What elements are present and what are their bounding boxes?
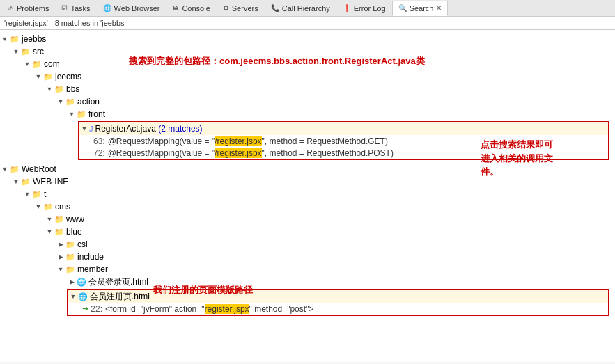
tab-search-label: Search xyxy=(410,4,434,13)
callhierarchy-icon: 📞 xyxy=(271,4,279,12)
tab-tasks-label: Tasks xyxy=(70,4,90,13)
folder-icon-webroot: 📁 xyxy=(10,165,20,174)
line-num-72: 72: xyxy=(93,148,105,158)
tree-item-member[interactable]: ▼ 📁 member xyxy=(0,263,615,276)
expand-src: ▼ xyxy=(11,48,21,55)
expand-member: ▼ xyxy=(56,266,65,273)
folder-icon-com: 📁 xyxy=(32,60,42,69)
folder-icon-member: 📁 xyxy=(65,265,75,274)
search-icon: 🔍 xyxy=(398,4,407,12)
tab-console[interactable]: 🖥 Console xyxy=(166,1,216,16)
servers-icon: ⚙ xyxy=(223,4,229,12)
folder-icon-bbs: 📁 xyxy=(54,85,64,94)
expand-include: ▶ xyxy=(56,253,65,260)
expand-bbs: ▼ xyxy=(45,86,54,93)
console-icon: 🖥 xyxy=(172,4,179,12)
jeecms-label: jeecms xyxy=(55,72,81,81)
html-icon-register: 🌐 xyxy=(78,292,88,301)
expand-csi: ▶ xyxy=(56,241,65,248)
tree-item-bbs[interactable]: ▼ 📁 bbs xyxy=(0,83,615,95)
com-label: com xyxy=(44,59,60,69)
webroot-label: WebRoot xyxy=(22,164,56,174)
folder-icon-csi: 📁 xyxy=(65,240,75,249)
tab-servers[interactable]: ⚙ Servers xyxy=(217,1,265,16)
folder-icon-www: 📁 xyxy=(54,215,64,224)
tree-item-blue[interactable]: ▼ 📁 blue xyxy=(0,225,615,238)
blue-label: blue xyxy=(66,227,82,237)
folder-icon-t: 📁 xyxy=(32,190,42,199)
java-icon: J xyxy=(89,125,93,133)
action-label: action xyxy=(77,97,100,106)
cms-label: cms xyxy=(55,202,70,212)
webinf-label: WEB-INF xyxy=(33,177,68,187)
t-label: t xyxy=(44,189,46,199)
main-content: 搜索到完整的包路径：com.jeecms.bbs.action.front.Re… xyxy=(0,30,615,362)
tab-tasks[interactable]: ☑ Tasks xyxy=(55,1,96,16)
tree-item-include[interactable]: ▶ 📁 include xyxy=(0,251,615,263)
match-22-suffix: " method="post"> xyxy=(249,304,314,314)
tree-item-www[interactable]: ▼ 📁 www xyxy=(0,213,615,225)
folder-icon-include: 📁 xyxy=(65,253,75,262)
tree-item-com[interactable]: ▼ 📁 com xyxy=(0,58,615,70)
webbrowser-icon: 🌐 xyxy=(103,4,111,12)
member-label: member xyxy=(77,264,108,274)
include-label: include xyxy=(77,252,104,262)
tree-item-cms[interactable]: ▼ 📁 cms xyxy=(0,200,615,213)
tab-webbrowser-label: Web Browser xyxy=(114,4,160,13)
expand-com: ▼ xyxy=(22,61,32,68)
tree-item-csi[interactable]: ▶ 📁 csi xyxy=(0,238,615,251)
expand-www: ▼ xyxy=(45,216,54,223)
tree-item-login-html[interactable]: ▶ 🌐 会员登录页.html xyxy=(0,276,615,288)
folder-icon-blue: 📁 xyxy=(54,228,64,237)
match-72-highlight: /register.jspx xyxy=(215,148,261,158)
registeract-match-count: (2 matches) xyxy=(158,124,202,134)
tree-item-webinf[interactable]: ▼ 📁 WEB-INF xyxy=(0,175,615,188)
jeebbs-label: jeebbs xyxy=(22,34,46,44)
tab-search[interactable]: 🔍 Search ✕ xyxy=(392,1,449,16)
csi-label: csi xyxy=(77,239,88,249)
tab-errorlog[interactable]: ❗ Error Log xyxy=(336,1,392,16)
tab-errorlog-label: Error Log xyxy=(354,4,386,13)
tree-item-src[interactable]: ▼ 📁 src xyxy=(0,45,615,58)
folder-icon-front: 📁 xyxy=(77,110,86,119)
tab-callhierarchy[interactable]: 📞 Call Hierarchy xyxy=(265,1,336,16)
expand-webroot: ▼ xyxy=(0,166,10,173)
tree-item-jeebbs[interactable]: ▼ 📁 jeebbs xyxy=(0,33,615,45)
expand-register-html: ▼ xyxy=(68,293,78,300)
match-line-22[interactable]: ➜ 22: <form id="jvForm" action="register… xyxy=(68,303,608,315)
folder-icon-action: 📁 xyxy=(65,97,75,106)
folder-icon-src: 📁 xyxy=(21,47,31,56)
tree-item-t[interactable]: ▼ 📁 t xyxy=(0,188,615,200)
expand-jeecms: ▼ xyxy=(33,73,43,80)
match-line-63[interactable]: 63: @RequestMapping(value = "/register.j… xyxy=(79,135,608,147)
tree-item-registeract[interactable]: ▼ J RegisterAct.java (2 matches) xyxy=(79,122,608,135)
tree-item-front[interactable]: ▼ 📁 front xyxy=(0,108,615,120)
line-num-22: 22: xyxy=(91,304,102,314)
match-line-72[interactable]: 72: @RequestMapping(value = "/register.j… xyxy=(79,147,608,159)
match-72-suffix: ", method = RequestMethod.POST) xyxy=(262,148,394,158)
expand-t: ▼ xyxy=(22,191,32,198)
problems-icon: ⚠ xyxy=(8,4,14,12)
register-html-label: 会员注册页.html xyxy=(90,291,150,303)
expand-webinf: ▼ xyxy=(11,178,21,185)
tree-item-register-html[interactable]: ▼ 🌐 会员注册页.html xyxy=(68,290,608,303)
tree-item-webroot[interactable]: ▼ 📁 WebRoot xyxy=(0,163,615,175)
tree-item-jeecms[interactable]: ▼ 📁 jeecms xyxy=(0,70,615,83)
expand-jeebbs: ▼ xyxy=(0,35,10,42)
result-box-2: ▼ 🌐 会员注册页.html ➜ 22: <form id="jvForm" a… xyxy=(67,289,609,316)
expand-action: ▼ xyxy=(56,98,65,105)
expand-cms: ▼ xyxy=(33,203,43,210)
tab-webbrowser[interactable]: 🌐 Web Browser xyxy=(97,1,166,16)
line-num-63: 63: xyxy=(93,136,105,146)
tree-panel[interactable]: 搜索到完整的包路径：com.jeecms.bbs.action.front.Re… xyxy=(0,30,615,362)
tree-item-action[interactable]: ▼ 📁 action xyxy=(0,95,615,108)
tab-servers-label: Servers xyxy=(232,4,258,13)
front-label: front xyxy=(88,109,105,119)
result-box-1: ▼ J RegisterAct.java (2 matches) 63: @Re… xyxy=(78,121,609,160)
errorlog-icon: ❗ xyxy=(343,4,351,12)
expand-registeract: ▼ xyxy=(79,125,89,132)
tab-console-label: Console xyxy=(182,4,210,13)
tab-search-close[interactable]: ✕ xyxy=(436,4,442,12)
match-63-suffix: ", method = RequestMethod.GET) xyxy=(262,136,388,146)
tab-problems[interactable]: ⚠ Problems xyxy=(1,1,55,16)
